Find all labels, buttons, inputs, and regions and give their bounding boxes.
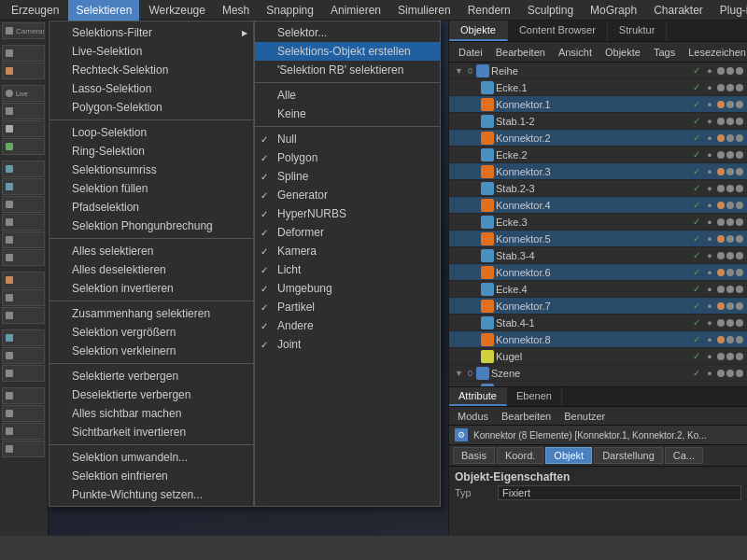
obj-expand-0[interactable]: ▼ xyxy=(455,66,466,76)
tab-struktur[interactable]: Struktur xyxy=(608,21,668,41)
submenu-polygon[interactable]: ✓ Polygon xyxy=(255,148,440,167)
sidebar-icon-invert[interactable] xyxy=(2,307,45,324)
dropdown-live-selektion[interactable]: Live-Selektion xyxy=(49,42,253,61)
dropdown-alles-sichtbar[interactable]: Alles sichtbar machen xyxy=(49,404,253,423)
obj-tool-tags[interactable]: Tags xyxy=(648,45,681,60)
menu-simulieren[interactable]: Simulieren xyxy=(390,0,458,21)
menu-charakter[interactable]: Charakter xyxy=(646,0,711,21)
obj-vis-13[interactable]: ● xyxy=(704,285,715,294)
submenu-generator[interactable]: ✓ Generator xyxy=(255,186,440,204)
attr-tab-attribute[interactable]: Attribute xyxy=(449,387,507,406)
sidebar-icon-ring[interactable] xyxy=(2,178,45,195)
obj-check-11[interactable]: ✓ xyxy=(691,250,702,260)
sidebar-icon-show-all[interactable] xyxy=(2,423,45,440)
object-row-9[interactable]: Ecke.3 ✓ ● xyxy=(449,214,747,231)
obj-check-8[interactable]: ✓ xyxy=(691,200,702,210)
tab-content-browser[interactable]: Content Browser xyxy=(508,21,608,41)
object-row-14[interactable]: Konnektor.7 ✓ ● xyxy=(449,298,747,315)
obj-vis-18[interactable]: ● xyxy=(704,369,715,378)
obj-tool-objekte[interactable]: Objekte xyxy=(599,45,646,60)
sidebar-icon-path[interactable] xyxy=(2,231,45,248)
object-row-13[interactable]: Ecke.4 ✓ ● xyxy=(449,281,747,298)
dropdown-pfadselektion[interactable]: Pfadselektion xyxy=(49,198,253,217)
attr-prop-value-typ[interactable]: Fixiert xyxy=(498,485,741,500)
submenu-alle[interactable]: Alle xyxy=(255,86,440,105)
menu-sculpting[interactable]: Sculpting xyxy=(520,0,581,21)
object-row-16[interactable]: Konnektor.8 ✓ ● xyxy=(449,331,747,348)
obj-check-6[interactable]: ✓ xyxy=(691,166,702,176)
object-row-4[interactable]: Konnektor.2 ✓ ● xyxy=(449,130,747,147)
dropdown-punkte-wichtung[interactable]: Punkte-Wichtung setzen... xyxy=(49,485,253,504)
obj-vis-15[interactable]: ● xyxy=(704,318,715,328)
object-row-7[interactable]: Stab.2-3 ✓ ● xyxy=(449,180,747,197)
attr-subtab-darstellung[interactable]: Darstellung xyxy=(594,447,663,464)
obj-check-14[interactable]: ✓ xyxy=(691,301,702,311)
sidebar-icon-lasso[interactable] xyxy=(2,120,45,137)
sidebar-icon-hide-desel[interactable] xyxy=(2,405,45,422)
dropdown-polygon-selektion[interactable]: Polygon-Selektion xyxy=(49,98,253,117)
obj-check-3[interactable]: ✓ xyxy=(691,116,702,126)
attr-tab-ebenen[interactable]: Ebenen xyxy=(507,387,562,406)
obj-vis-6[interactable]: ● xyxy=(704,167,715,176)
sidebar-icon-cameras[interactable]: Cameras xyxy=(2,22,45,39)
obj-vis-0[interactable]: ● xyxy=(704,66,715,76)
menu-erzeugen[interactable]: Erzeugen xyxy=(4,0,66,21)
object-row-3[interactable]: Stab.1-2 ✓ ● xyxy=(449,113,747,130)
obj-vis-14[interactable]: ● xyxy=(704,301,715,311)
submenu-null[interactable]: ✓ Null xyxy=(255,130,440,148)
obj-vis-12[interactable]: ● xyxy=(704,268,715,277)
attr-subtab-objekt[interactable]: Objekt xyxy=(545,447,592,464)
object-row-1[interactable]: Ecke.1 ✓ ● xyxy=(449,79,747,96)
menu-werkzeuge[interactable]: Werkzeuge xyxy=(141,0,212,21)
object-row-2[interactable]: Konnektor.1 ✓ ● xyxy=(449,96,747,113)
obj-vis-11[interactable]: ● xyxy=(704,251,715,260)
submenu-selektor[interactable]: Selektor... xyxy=(255,23,440,42)
obj-vis-1[interactable]: ● xyxy=(704,83,715,92)
sidebar-icon-fill[interactable] xyxy=(2,214,45,231)
attr-tool-bearbeiten[interactable]: Bearbeiten xyxy=(497,410,556,423)
dropdown-rechteck-selektion[interactable]: Rechteck-Selektion xyxy=(49,61,253,79)
submenu-kamera[interactable]: ✓ Kamera xyxy=(255,242,440,260)
object-row-15[interactable]: Stab.4-1 ✓ ● xyxy=(449,315,747,331)
sidebar-icon-livesel[interactable]: Live xyxy=(2,85,45,102)
obj-check-2[interactable]: ✓ xyxy=(691,99,702,109)
submenu-spline[interactable]: ✓ Spline xyxy=(255,167,440,186)
submenu-andere[interactable]: ✓ Andere xyxy=(255,316,440,335)
object-row-12[interactable]: Konnektor.6 ✓ ● xyxy=(449,264,747,281)
attr-subtab-ca[interactable]: Ca... xyxy=(665,447,703,464)
dropdown-sel-vergrossern[interactable]: Selektion vergrößern xyxy=(49,323,253,342)
obj-vis-8[interactable]: ● xyxy=(704,201,715,210)
submenu-partikel[interactable]: ✓ Partikel xyxy=(255,298,440,316)
dropdown-sichtbarkeit-inv[interactable]: Sichtbarkeit invertieren xyxy=(49,423,253,441)
menu-plugins[interactable]: Plug-ins xyxy=(712,0,747,21)
dropdown-sel-umwandeln[interactable]: Selektion umwandeln... xyxy=(49,448,253,467)
object-row-18[interactable]: ▼ 0 Szene ✓ ● xyxy=(449,365,747,382)
obj-check-0[interactable]: ✓ xyxy=(691,65,702,76)
obj-check-17[interactable]: ✓ xyxy=(691,351,702,361)
sidebar-icon-invert-vis[interactable] xyxy=(2,441,45,457)
obj-check-1[interactable]: ✓ xyxy=(691,82,702,92)
obj-tool-ansicht[interactable]: Ansicht xyxy=(553,45,598,60)
obj-check-13[interactable]: ✓ xyxy=(691,284,702,294)
sidebar-icon-polysel[interactable] xyxy=(2,138,45,155)
submenu-selektion-rb[interactable]: 'Selektion RB' selektieren xyxy=(255,61,440,79)
obj-check-4[interactable]: ✓ xyxy=(691,133,702,143)
menu-mograph[interactable]: MoGraph xyxy=(583,0,644,21)
object-row-17[interactable]: Kugel ✓ ● xyxy=(449,348,747,365)
obj-check-9[interactable]: ✓ xyxy=(691,217,702,227)
attr-tool-benutzer[interactable]: Benutzer xyxy=(559,410,610,423)
object-row-10[interactable]: Konnektor.5 ✓ ● xyxy=(449,231,747,247)
dropdown-sel-invertieren[interactable]: Selektion invertieren xyxy=(49,279,253,298)
dropdown-phong[interactable]: Selektion Phongunbrechung xyxy=(49,217,253,235)
object-row-0[interactable]: ▼ 0 Reihe ✓ ● xyxy=(449,63,747,79)
object-row-11[interactable]: Stab.3-4 ✓ ● xyxy=(449,247,747,264)
tab-objekte[interactable]: Objekte xyxy=(449,21,508,41)
dropdown-desel-verbergen[interactable]: Deselektierte verbergen xyxy=(49,385,253,404)
obj-tool-bearbeiten[interactable]: Bearbeiten xyxy=(490,45,551,60)
sidebar-icon-selall[interactable] xyxy=(2,272,45,288)
sidebar-icon-rectsel[interactable] xyxy=(2,103,45,119)
obj-check-5[interactable]: ✓ xyxy=(691,149,702,160)
sidebar-icon-phong[interactable] xyxy=(2,249,45,266)
menu-selektieren[interactable]: Selektieren xyxy=(68,0,139,21)
obj-vis-17[interactable]: ● xyxy=(704,352,715,361)
